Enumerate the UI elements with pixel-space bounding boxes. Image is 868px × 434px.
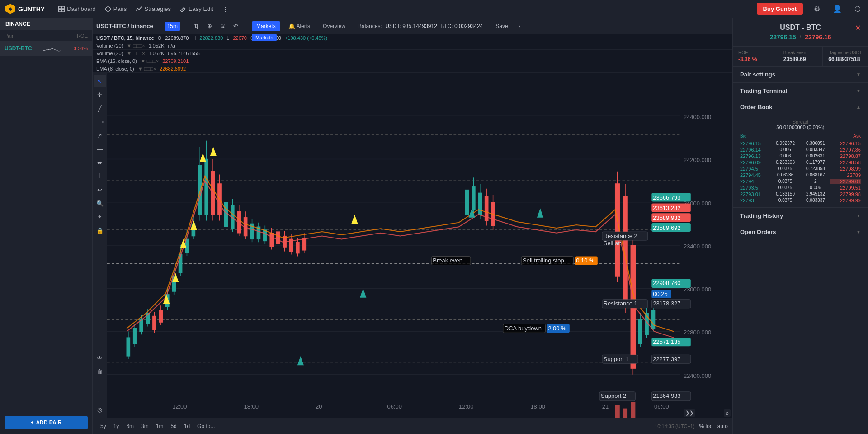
tab-alerts[interactable]: 🔔 Alerts xyxy=(284,21,315,31)
tf-1m[interactable]: 1m xyxy=(153,422,167,431)
order-book-row[interactable]: 22793.01 0.133159 2.945132 22799.98 xyxy=(740,191,861,197)
chart-datetime: 10:14:35 (UTC+1) xyxy=(655,424,694,429)
cursor-tool[interactable]: ↖ xyxy=(94,75,106,87)
ob-ask: 22799.99 xyxy=(830,198,861,203)
hline-tool[interactable]: — xyxy=(94,143,106,155)
ray-tool[interactable]: ⟶ xyxy=(94,115,106,128)
nav-pairs[interactable]: Pairs xyxy=(105,5,127,12)
nav-more[interactable]: ⋮ xyxy=(222,5,228,12)
tf-goto[interactable]: Go to... xyxy=(194,422,218,431)
tf-1y[interactable]: 1y xyxy=(110,422,123,431)
pair-item-usdt-btc[interactable]: USDT-BTC -3.36% xyxy=(0,42,92,56)
ob-bid-size: 0.0375 xyxy=(770,198,801,203)
tf-3m[interactable]: 3m xyxy=(138,422,152,431)
add-pair-plus: + xyxy=(30,420,33,426)
undo-icon[interactable]: ↶ xyxy=(231,21,241,31)
lock-tool[interactable]: 🔒 xyxy=(94,224,106,237)
pair-title-panel: USDT - BTC 22796.15 / 22796.16 ✕ xyxy=(733,18,868,47)
order-book-row[interactable]: 22794.5 0.0375 0.723858 22798.99 xyxy=(740,166,861,172)
pair-close-button[interactable]: ✕ xyxy=(855,24,861,32)
svg-text:Resistance 2: Resistance 2 xyxy=(604,233,637,239)
compare-icon[interactable]: ⇅ xyxy=(192,21,201,31)
trash-tool[interactable]: 🗑 xyxy=(94,365,106,378)
order-book-row[interactable]: 22796.15 0.992372 0.306051 22796.15 xyxy=(740,140,861,147)
ob-bid-size: 0.992372 xyxy=(770,141,801,146)
tf-5y[interactable]: 5y xyxy=(97,422,109,431)
logo-icon: ◆ xyxy=(5,4,15,14)
undo-draw[interactable]: ↩ xyxy=(94,183,106,196)
arrow-tool[interactable]: ↗ xyxy=(94,129,106,142)
order-book-row[interactable]: 22793.5 0.0375 0.006 22799.51 xyxy=(740,185,861,191)
log-button[interactable]: % log xyxy=(699,423,713,429)
line-tool[interactable]: ╱ xyxy=(94,102,106,114)
ema2-label: EMA (8, close, 0) xyxy=(96,66,134,72)
order-book-row[interactable]: 22796.14 0.006 0.083347 22797.86 xyxy=(740,147,861,153)
chart-type-icon[interactable]: ≋ xyxy=(218,21,227,31)
measurement-tool[interactable]: ⬌ xyxy=(94,156,106,169)
magnet-tool[interactable]: ⌖ xyxy=(94,210,106,223)
tf-6m[interactable]: 6m xyxy=(123,422,137,431)
reset-chart-btn[interactable]: ⌀ xyxy=(724,409,731,417)
auto-button[interactable]: auto xyxy=(717,423,728,429)
add-pair-button[interactable]: + ADD PAIR xyxy=(5,416,88,429)
nav-strategies[interactable]: Strategies xyxy=(136,5,171,12)
vol2-val: 1.052K xyxy=(149,51,165,56)
nav-easy-edit[interactable]: Easy Edit xyxy=(180,5,213,12)
settings-icon[interactable]: ⚙ xyxy=(812,3,822,15)
order-book-row[interactable]: 22793 0.0375 0.083337 22799.99 xyxy=(740,197,861,204)
svg-rect-1 xyxy=(62,6,64,8)
pair-settings-section[interactable]: Pair settings ▼ xyxy=(733,67,868,83)
size-header xyxy=(780,134,821,138)
expand-chart-btn[interactable]: ❯❯ xyxy=(684,409,695,417)
svg-text:00:25: 00:25 xyxy=(653,291,667,297)
svg-text:22800.000: 22800.000 xyxy=(684,330,711,336)
trading-history-section[interactable]: Trading History ▼ xyxy=(733,208,868,224)
order-book-row[interactable]: 22794 0.0375 2 22799.01 xyxy=(740,178,861,185)
expand-icon[interactable]: › xyxy=(516,21,523,31)
ema1-val: 22709.2101 xyxy=(162,58,189,64)
buy-gunbot-button[interactable]: Buy Gunbot xyxy=(757,3,803,15)
crosshair-tool[interactable]: ✛ xyxy=(94,88,106,101)
ob-bid: 22793.01 xyxy=(740,191,770,197)
logo-text: GUNTHY xyxy=(18,5,45,13)
logout-icon[interactable]: ⬡ xyxy=(853,3,863,15)
pair-stats: ROE -3.36 % Break even 23589.69 Bag valu… xyxy=(733,47,868,67)
ob-ask-size: 0.306051 xyxy=(801,141,831,146)
order-book-chevron: ▲ xyxy=(856,105,861,110)
order-book-row[interactable]: 22794.45 0.06236 0.068167 22789 xyxy=(740,172,861,178)
order-book-row[interactable]: 22796.13 0.006 0.002631 22798.87 xyxy=(740,153,861,159)
svg-text:Resistance 1: Resistance 1 xyxy=(604,301,637,307)
pair-name: USDT-BTC xyxy=(5,45,32,52)
open-orders-chevron: ▼ xyxy=(856,229,861,234)
exchange-tab[interactable]: BINANCE xyxy=(0,18,92,30)
ob-bid: 22796.15 xyxy=(740,141,770,146)
trading-terminal-section[interactable]: Trading Terminal ▼ xyxy=(733,83,868,99)
markets-tab-container: Markets Markets xyxy=(252,21,280,31)
eye-tool[interactable]: 👁 xyxy=(94,352,106,364)
chart-area: USDT-BTC / binance 15m ⇅ ⊕ ≋ ↶ Markets M… xyxy=(93,18,732,434)
nav-dashboard[interactable]: Dashboard xyxy=(58,5,96,12)
ob-bid-size: 0.006 xyxy=(770,153,801,159)
tab-alerts-label: 🔔 Alerts xyxy=(288,23,310,29)
svg-text:23400.000: 23400.000 xyxy=(684,243,711,250)
tf-1d[interactable]: 1d xyxy=(181,422,193,431)
back-arrow[interactable]: ← xyxy=(94,384,106,397)
order-book-row[interactable]: 22796.09 0.263208 0.117977 22798.58 xyxy=(740,159,861,166)
price-ask: 22796.16 xyxy=(805,33,831,41)
add-indicator-icon[interactable]: ⊕ xyxy=(205,21,214,31)
watermark-tool[interactable]: ◎ xyxy=(94,403,106,416)
zoom-tool[interactable]: 🔍 xyxy=(94,197,106,210)
save-button[interactable]: Save xyxy=(491,21,512,31)
indicator-row-ema1: EMA (16, close, 0) ▼ □□□× 22709.2101 xyxy=(93,57,732,65)
fib-tool[interactable]: 𝄃 xyxy=(94,170,106,182)
svg-rect-3 xyxy=(62,9,64,11)
open-orders-section[interactable]: Open Orders ▼ xyxy=(733,224,868,240)
svg-text:12:00: 12:00 xyxy=(459,404,473,410)
account-icon[interactable]: 👤 xyxy=(831,3,844,15)
timeframe-15m[interactable]: 15m xyxy=(165,22,180,31)
tab-balances[interactable]: Balances: USDT: 935.14493912 BTC: 0.0029… xyxy=(354,21,487,31)
order-book-section[interactable]: Order Book ▲ xyxy=(733,99,868,115)
tab-overview[interactable]: Overview xyxy=(318,21,350,31)
tab-markets[interactable]: Markets xyxy=(252,21,280,31)
tf-5d[interactable]: 5d xyxy=(167,422,179,431)
